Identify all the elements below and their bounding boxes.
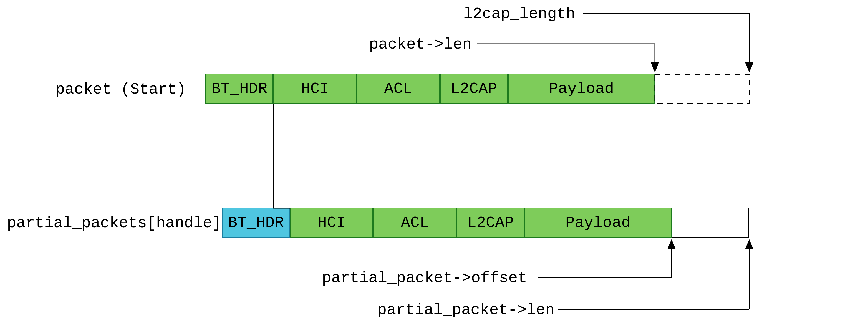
label-packet-len: packet->len (369, 35, 472, 53)
segment-label: BT_HDR (228, 214, 284, 232)
segment-label: ACL (384, 80, 412, 98)
segment-label: Payload (549, 80, 614, 98)
segment-bottom-bt-hdr: BT_HDR (222, 207, 290, 238)
segment-label: L2CAP (451, 80, 497, 98)
label-l2cap-length: l2cap_length (463, 5, 575, 23)
segment-label: ACL (401, 214, 429, 232)
segment-bottom-acl: ACL (373, 207, 457, 238)
segment-top-bt-hdr: BT_HDR (205, 73, 273, 104)
segment-bottom-empty (672, 207, 749, 238)
label-partial-packets: partial_packets[handle] (7, 214, 221, 232)
segment-top-acl: ACL (356, 73, 440, 104)
segment-label: HCI (301, 80, 329, 98)
segment-label: L2CAP (467, 214, 514, 232)
segment-bottom-payload: Payload (524, 207, 672, 238)
segment-top-payload: Payload (508, 73, 655, 104)
segment-label: HCI (318, 214, 346, 232)
segment-bottom-l2cap: L2CAP (457, 207, 524, 238)
segment-bottom-hci: HCI (290, 207, 373, 238)
segment-label: Payload (565, 214, 630, 232)
segment-top-l2cap: L2CAP (440, 73, 508, 104)
segment-top-hci: HCI (273, 73, 356, 104)
label-packet-start: packet (Start) (56, 80, 186, 98)
dashed-overflow-box (655, 74, 749, 103)
label-partial-len: partial_packet->len (377, 301, 555, 319)
segment-label: BT_HDR (212, 80, 268, 98)
label-partial-offset: partial_packet->offset (322, 269, 527, 287)
